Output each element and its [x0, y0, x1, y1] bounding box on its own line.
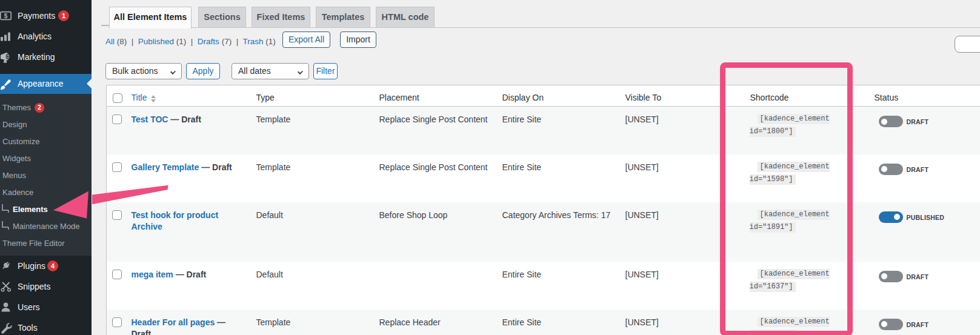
svg-text:$: $ — [4, 12, 8, 19]
